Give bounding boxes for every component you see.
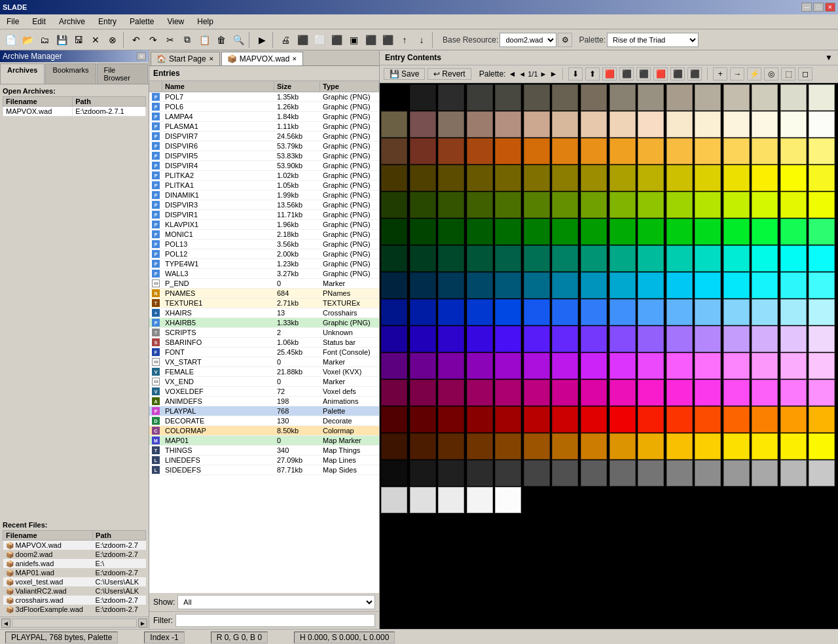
palette-color-cell[interactable] [410,460,436,486]
entry-row[interactable]: P POL12 2.00kb Graphic (PNG) [149,249,379,259]
palette-color-cell[interactable] [410,192,436,218]
palette-color-cell[interactable] [438,406,464,433]
palette-color-cell[interactable] [780,406,807,433]
palette-color-cell[interactable] [723,272,750,298]
menu-file[interactable]: File [3,16,23,27]
palette-color-cell[interactable] [610,433,636,459]
palette-color-cell[interactable] [381,299,407,325]
palette-color-cell[interactable] [809,219,835,245]
palette-color-cell[interactable] [552,245,578,272]
palette-color-cell[interactable] [410,299,436,325]
palette-color-cell[interactable] [695,460,721,486]
palette-tool-14[interactable]: ◻ [798,67,812,80]
palette-color-cell[interactable] [467,84,493,111]
palette-color-cell[interactable] [438,84,464,111]
palette-color-cell[interactable] [467,487,493,513]
palette-color-cell[interactable] [610,353,636,379]
menu-edit[interactable]: Edit [28,16,50,27]
entry-row[interactable]: P DINAMIK1 1.99kb Graphic (PNG) [149,190,379,200]
palette-color-cell[interactable] [495,165,521,191]
recent-file-row[interactable]: 📦 MAP01.wadE:\zdoom-2.7 [3,568,146,577]
palette-color-cell[interactable] [666,272,693,298]
palette-tool-9[interactable]: + [713,67,727,80]
maximize-button[interactable]: □ [813,3,824,12]
palette-color-cell[interactable] [381,272,407,298]
palette-color-cell[interactable] [381,433,407,459]
palette-color-cell[interactable] [410,111,436,137]
palette-color-cell[interactable] [638,138,664,164]
palette-color-cell[interactable] [723,245,750,272]
palette-color-cell[interactable] [524,192,550,218]
palette-color-cell[interactable] [723,326,750,352]
palette-color-cell[interactable] [581,165,607,191]
palette-color-cell[interactable] [495,406,521,433]
entry-row[interactable]: P DISPVIR5 53.83kb Graphic (PNG) [149,151,379,161]
palette-color-cell[interactable] [581,192,607,218]
palette-color-cell[interactable] [467,433,493,459]
palette-color-cell[interactable] [666,353,693,379]
recent-file-row[interactable]: 📦 3dFloorExample.wadE:\zdoom-2.7 [3,605,146,614]
palette-color-cell[interactable] [809,272,835,298]
palette-color-cell[interactable] [552,299,578,325]
palette-tool-6[interactable]: 🟥 [653,67,668,80]
palette-tool-1[interactable]: ⬇ [568,67,583,80]
palette-color-cell[interactable] [524,433,550,459]
palette-color-cell[interactable] [552,460,578,486]
palette-tool-8[interactable]: ⬛ [687,67,702,80]
palette-color-cell[interactable] [809,433,835,459]
palette-color-cell[interactable] [581,299,607,325]
palette-color-cell[interactable] [381,406,407,433]
palette-tool-12[interactable]: ◎ [764,67,778,80]
palette-color-cell[interactable] [610,219,636,245]
palette-color-cell[interactable] [638,326,664,352]
palette-color-cell[interactable] [552,138,578,164]
palette-color-cell[interactable] [438,380,464,406]
base-resource-combo[interactable]: doom2.wad [500,33,556,47]
palette-color-cell[interactable] [809,299,835,325]
palette-color-cell[interactable] [666,84,693,111]
palette-color-cell[interactable] [752,299,778,325]
palette-color-cell[interactable] [666,326,693,352]
palette-color-cell[interactable] [780,84,807,111]
up-button[interactable]: ↑ [397,32,412,48]
palette-color-cell[interactable] [552,326,578,352]
recent-file-row[interactable]: 📦 anidefs.wadE:\ [3,559,146,568]
palette-color-cell[interactable] [723,138,750,164]
palette-color-cell[interactable] [610,272,636,298]
palette-color-cell[interactable] [723,192,750,218]
start-page-close[interactable]: ✕ [209,56,214,62]
palette-color-cell[interactable] [581,380,607,406]
entry-row[interactable]: ▭ VX_END 0 Marker [149,377,379,387]
b1[interactable]: ⬛ [295,32,310,48]
palette-color-cell[interactable] [438,245,464,272]
save-all-button[interactable]: 🖫 [71,32,86,48]
entry-row[interactable]: P DISPVIR6 53.79kb Graphic (PNG) [149,141,379,151]
palette-color-cell[interactable] [524,272,550,298]
entry-row[interactable]: P DISPVIR3 13.56kb Graphic (PNG) [149,200,379,210]
palette-color-cell[interactable] [381,138,407,164]
palette-color-cell[interactable] [524,326,550,352]
palette-color-cell[interactable] [780,192,807,218]
palette-color-cell[interactable] [552,487,578,513]
palette-color-cell[interactable] [524,219,550,245]
palette-color-cell[interactable] [695,84,721,111]
copy-button[interactable]: ⧉ [179,32,195,48]
palette-color-cell[interactable] [438,138,464,164]
palette-color-cell[interactable] [581,84,607,111]
palette-color-cell[interactable] [610,460,636,486]
entry-row[interactable]: P WALL3 3.27kb Graphic (PNG) [149,269,379,279]
palette-color-cell[interactable] [524,353,550,379]
palette-color-cell[interactable] [666,406,693,433]
palette-color-cell[interactable] [438,460,464,486]
redo-button[interactable]: ↷ [145,32,161,48]
entry-row[interactable]: N PNAMES 684 PNames [149,289,379,298]
palette-color-cell[interactable] [666,380,693,406]
palette-color-cell[interactable] [723,111,750,137]
palette-color-cell[interactable] [410,353,436,379]
tab-bookmarks[interactable]: Bookmarks [45,63,96,84]
palette-color-cell[interactable] [780,433,807,459]
palette-color-cell[interactable] [467,165,493,191]
palette-tool-2[interactable]: ⬆ [585,67,600,80]
palette-color-cell[interactable] [610,192,636,218]
menu-palette[interactable]: Palette [126,16,158,27]
